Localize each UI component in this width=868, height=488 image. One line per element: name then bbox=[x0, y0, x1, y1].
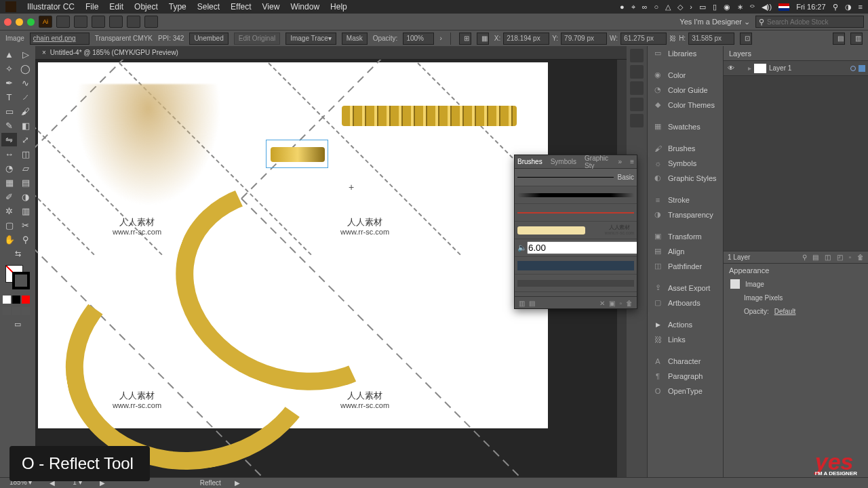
brush-audio[interactable]: 🔈 bbox=[515, 239, 637, 257]
lasso-tool[interactable]: ◯ bbox=[18, 62, 33, 75]
shape-builder-tool[interactable]: ◔ bbox=[1, 161, 17, 175]
search-input[interactable] bbox=[767, 18, 861, 26]
panel-stroke[interactable]: ≡Stroke bbox=[648, 192, 723, 207]
panel-icon-1[interactable]: ▤ bbox=[833, 33, 845, 45]
bluetooth-icon[interactable]: ∗ bbox=[737, 3, 743, 12]
paintbrush-tool[interactable]: 🖌 bbox=[18, 104, 33, 118]
menu-object[interactable]: Object bbox=[129, 2, 163, 12]
graphic-styles-tab[interactable]: Graphic Sty bbox=[585, 155, 610, 169]
panel-transform[interactable]: ▣Transform bbox=[648, 229, 723, 244]
clock[interactable]: Fri 16:27 bbox=[796, 3, 825, 11]
panel-swatches[interactable]: ▦Swatches bbox=[648, 119, 723, 134]
brush-libmenu-icon[interactable]: ▤ bbox=[529, 300, 535, 307]
maximize-window[interactable] bbox=[27, 18, 35, 26]
perspective-tool[interactable]: ▱ bbox=[18, 161, 33, 175]
status-icon[interactable]: ● bbox=[620, 3, 625, 11]
stroke-swatch[interactable] bbox=[12, 272, 30, 289]
screen-mode[interactable]: ▭ bbox=[1, 317, 34, 331]
none-mode[interactable] bbox=[22, 296, 30, 304]
width-tool[interactable]: ↔ bbox=[1, 147, 17, 161]
panel-color-themes[interactable]: ◆Color Themes bbox=[648, 98, 723, 113]
diamond-icon[interactable]: ◇ bbox=[677, 3, 683, 12]
graph-tool[interactable]: ▥ bbox=[18, 204, 33, 218]
tb-icon-4[interactable] bbox=[109, 16, 123, 28]
tb-icon-2[interactable] bbox=[74, 16, 87, 28]
layer-menu-icon[interactable]: ▤ bbox=[812, 253, 818, 261]
edit-original-button[interactable]: Edit Original bbox=[234, 33, 280, 45]
menu-view[interactable]: View bbox=[257, 2, 285, 12]
layer-row[interactable]: 👁 ▸ Layer 1 bbox=[724, 61, 868, 76]
appearance-header[interactable]: Appearance bbox=[724, 264, 868, 277]
h-field[interactable]: 31.585 px bbox=[688, 33, 734, 45]
zoom-tool[interactable]: ⚲ bbox=[18, 232, 33, 246]
brush-pattern-2[interactable] bbox=[515, 274, 637, 292]
battery-icon[interactable]: ▯ bbox=[713, 3, 717, 12]
strip-icon-3[interactable] bbox=[630, 81, 644, 95]
panel-opentype[interactable]: OOpenType bbox=[648, 384, 723, 399]
menu-file[interactable]: File bbox=[80, 2, 104, 12]
appearance-pixels-row[interactable]: Image Pixels bbox=[724, 291, 868, 304]
draw-normal[interactable] bbox=[3, 307, 11, 315]
delete-layer-icon[interactable]: 🗑 bbox=[857, 253, 864, 261]
image-trace-button[interactable]: Image Trace ▾ bbox=[285, 33, 336, 45]
mesh-tool[interactable]: ▦ bbox=[1, 176, 17, 189]
tb-icon-5[interactable] bbox=[127, 16, 140, 28]
selected-clasp-image[interactable] bbox=[266, 140, 328, 168]
new-layer-icon[interactable]: ▫ bbox=[849, 253, 852, 261]
panel-align[interactable]: ▤Align bbox=[648, 244, 723, 259]
ai-home-icon[interactable]: Ai bbox=[39, 16, 52, 28]
link-wh-icon[interactable]: ⛓ bbox=[669, 35, 676, 42]
symbol-sprayer-tool[interactable]: ✲ bbox=[1, 204, 17, 218]
visibility-icon[interactable]: 👁 bbox=[724, 64, 738, 72]
menu-window[interactable]: Window bbox=[285, 2, 325, 12]
y-field[interactable]: 79.709 px bbox=[561, 33, 607, 45]
tb-icon-3[interactable] bbox=[92, 16, 105, 28]
layers-tab[interactable]: Layers bbox=[724, 46, 868, 61]
target-icon[interactable] bbox=[850, 66, 856, 71]
spotlight-icon[interactable]: ⚲ bbox=[833, 3, 838, 12]
hand-tool[interactable]: ✋ bbox=[1, 232, 17, 246]
minimize-window[interactable] bbox=[16, 18, 23, 26]
workspace-dropdown[interactable]: Yes I'm a Designer ⌄ bbox=[679, 18, 750, 26]
strip-icon-2[interactable] bbox=[630, 65, 644, 79]
brush-pattern-1[interactable] bbox=[515, 257, 637, 274]
opacity-chevron[interactable]: › bbox=[439, 35, 441, 42]
camera-icon[interactable]: ◉ bbox=[724, 3, 730, 12]
remove-brush-icon[interactable]: ✕ bbox=[599, 300, 605, 307]
free-transform-tool[interactable]: ◫ bbox=[18, 147, 33, 161]
dropbox-icon[interactable]: ⌖ bbox=[631, 3, 635, 12]
flag-icon[interactable] bbox=[778, 3, 789, 11]
appearance-opacity-row[interactable]: Opacity: Default bbox=[724, 304, 868, 318]
draw-inside[interactable] bbox=[22, 307, 30, 315]
search-stock[interactable]: ⚲ bbox=[755, 16, 864, 28]
curvature-tool[interactable]: ∿ bbox=[18, 76, 33, 89]
reflect-tool[interactable]: ⇋ bbox=[1, 133, 17, 146]
x-field[interactable]: 218.194 px bbox=[503, 33, 549, 45]
app-menu[interactable]: Illustrator CC bbox=[22, 2, 80, 12]
blend-tool[interactable]: ◑ bbox=[18, 190, 33, 203]
symbols-tab[interactable]: Symbols bbox=[551, 158, 576, 165]
toggle-fill-stroke[interactable]: ⇆ bbox=[1, 247, 34, 260]
line-tool[interactable]: ⟋ bbox=[18, 90, 33, 104]
pen-tool[interactable]: ✒ bbox=[1, 76, 17, 89]
volume-icon[interactable]: ◀)) bbox=[762, 3, 772, 12]
sublayer-icon[interactable]: ◰ bbox=[837, 253, 843, 261]
layer-name[interactable]: Layer 1 bbox=[769, 64, 850, 72]
user-icon[interactable]: ◑ bbox=[845, 3, 852, 12]
gradient-mode[interactable] bbox=[12, 296, 20, 304]
menu-help[interactable]: Help bbox=[325, 2, 353, 12]
slice-tool[interactable]: ✂ bbox=[18, 218, 33, 232]
pencil-tool[interactable]: ✎ bbox=[1, 119, 17, 132]
panel-brushes[interactable]: 🖌Brushes bbox=[648, 141, 723, 156]
panel-expand-icon[interactable]: » bbox=[618, 158, 623, 165]
mask-button[interactable]: Mask bbox=[342, 33, 368, 45]
direct-selection-tool[interactable]: ▷ bbox=[18, 47, 33, 61]
menu-type[interactable]: Type bbox=[163, 2, 192, 12]
panel-libraries[interactable]: ▭Libraries bbox=[648, 46, 723, 61]
gradient-tool[interactable]: ▤ bbox=[18, 176, 33, 189]
panel-color[interactable]: ◉Color bbox=[648, 68, 723, 83]
panel-menu-icon[interactable]: ≡ bbox=[630, 158, 634, 165]
mask-icon[interactable]: ◫ bbox=[825, 253, 831, 261]
panel-icon-2[interactable]: ▥ bbox=[850, 33, 863, 45]
artboard-tool[interactable]: ▢ bbox=[1, 218, 17, 232]
